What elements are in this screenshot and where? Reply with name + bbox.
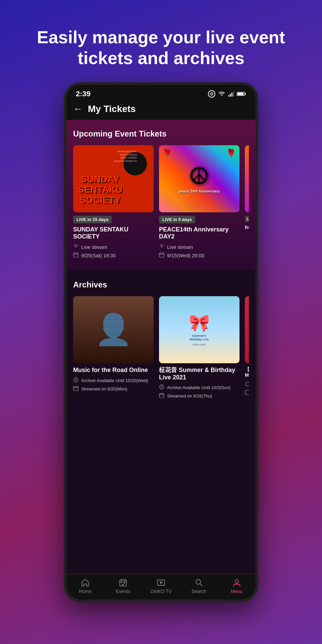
back-button[interactable]: ← — [73, 104, 83, 114]
ticket-card-partial[interactable]: LIV... fre... — [245, 145, 249, 259]
nav-item-home[interactable]: Home — [72, 578, 99, 594]
date-label: 9/25(Sat) 18:30 — [81, 253, 116, 258]
date-row-peace: 9/15(Wed) 20:00 — [159, 252, 239, 259]
phone-frame: 2:39 — [64, 82, 258, 602]
zaiko-tv-label: ZAIKO TV — [150, 589, 172, 594]
live-badge-peace: LIVE in 5 days — [159, 216, 195, 223]
stream-icon-peace — [159, 244, 164, 250]
svg-line-33 — [200, 584, 202, 586]
status-icons — [208, 90, 246, 98]
svg-rect-28 — [245, 390, 249, 395]
peace-symbol: ☮ — [189, 164, 210, 188]
archive-image-music: 👤 — [73, 296, 154, 363]
sunday-small-text: SAYAKA BOTANICSANTE VISIONIDEEP THROATAG… — [114, 150, 137, 163]
stream-icon — [73, 244, 78, 250]
archive-title-music: Music for the Road Online — [73, 367, 154, 374]
ticket-card-peace[interactable]: ☮ peace 14th Anniversary 🌹 🌹 LIVE in 5 d… — [159, 145, 239, 259]
home-label: Home — [79, 589, 92, 594]
ticket-image-sunday: SAYAKA BOTANICSANTE VISIONIDEEP THROATAG… — [73, 145, 154, 212]
nav-item-events[interactable]: Events — [110, 578, 137, 594]
svg-rect-18 — [73, 386, 78, 391]
birthday-event-text: Summer'sBirthday Live — [187, 334, 211, 342]
birthday-dates: 8/26 • 8/29 — [193, 343, 206, 346]
calendar-icon-peace — [159, 252, 164, 259]
archive-until-row-birthday: Archive Available Until 10/3(Sun) — [159, 384, 239, 391]
svg-rect-3 — [230, 94, 231, 97]
zaiko-tv-icon — [157, 578, 165, 587]
svg-rect-8 — [237, 93, 244, 95]
status-bar: 2:39 — [66, 85, 256, 100]
page-title: My Tickets — [88, 104, 136, 114]
status-time: 2:39 — [76, 90, 91, 98]
ticket-meta-sunday: Live stream 9/25(Sat — [73, 244, 154, 259]
streamed-on-label-birthday: Streamed on 9/16(Thu) — [167, 393, 212, 398]
archives-scroll[interactable]: 👤 Music for the Road Online — [73, 296, 249, 400]
main-content: Upcoming Event Tickets SAYAKA BOTANICSAN… — [66, 120, 256, 574]
archive-meta-partial — [245, 381, 249, 396]
nav-item-menu[interactable]: Menu — [223, 578, 250, 594]
ticket-meta-peace: Live stream 9/15(Wed — [159, 244, 239, 259]
svg-rect-29 — [120, 580, 126, 586]
rose-icon-right: 🌹 — [226, 149, 236, 158]
streamed-on-row-birthday: Streamed on 9/16(Thu) — [159, 393, 239, 399]
events-icon — [119, 578, 127, 587]
ticket-title-sunday: SUNDAY SENTAKU SOCIETY — [73, 226, 154, 240]
search-icon — [195, 578, 203, 587]
archive-card-music[interactable]: 👤 Music for the Road Online — [73, 296, 154, 399]
notification-icon — [208, 90, 215, 98]
live-badge-sunday: LIVE in 15 days — [73, 216, 112, 223]
archive-image-partial — [245, 296, 249, 363]
calendar-icon-partial — [245, 390, 249, 396]
archive-until-label-birthday: Archive Available Until 10/3(Sun) — [167, 385, 230, 390]
stream-type-row-peace: Live stream — [159, 244, 239, 250]
calendar-icon — [73, 252, 78, 259]
stream-type-label: Live stream — [81, 244, 107, 250]
wifi-icon — [218, 91, 225, 97]
menu-label: Menu — [231, 589, 243, 594]
calendar-icon-birthday — [159, 393, 164, 399]
date-row: 9/25(Sat) 18:30 — [73, 252, 154, 259]
svg-rect-13 — [159, 253, 164, 257]
ticket-title-peace: PEACE14th Anniversary DAY2 — [159, 226, 239, 240]
stream-type-row: Live stream — [73, 244, 154, 250]
nav-item-zaiko-tv[interactable]: ZAIKO TV — [148, 578, 174, 594]
live-badge-partial: LIV... — [245, 216, 249, 222]
ticket-image-partial — [245, 145, 249, 212]
svg-rect-2 — [228, 95, 229, 97]
svg-point-27 — [246, 382, 249, 386]
date-label-peace: 9/15(Wed) 20:00 — [167, 253, 204, 258]
svg-marker-31 — [160, 581, 163, 584]
clock-row-partial — [245, 381, 249, 388]
nav-item-search[interactable]: Search — [185, 578, 212, 594]
ticket-card-sunday[interactable]: SAYAKA BOTANICSANTE VISIONIDEEP THROATAG… — [73, 145, 154, 259]
archives-title: Archives — [73, 280, 249, 289]
svg-rect-7 — [245, 93, 246, 95]
clock-icon-music — [73, 377, 78, 384]
svg-rect-23 — [159, 393, 164, 398]
archive-card-partial[interactable]: 【R...MI... — [245, 296, 249, 399]
upcoming-section: Upcoming Event Tickets SAYAKA BOTANICSAN… — [66, 120, 256, 270]
svg-point-34 — [235, 580, 238, 583]
stream-type-label-peace: Live stream — [167, 244, 193, 250]
archive-until-row-music: Archive Available Until 10/20(Wed) — [73, 377, 154, 384]
upcoming-title: Upcoming Event Tickets — [73, 129, 249, 139]
archive-until-label-music: Archive Available Until 10/20(Wed) — [81, 378, 148, 383]
cal-row-partial — [245, 390, 249, 396]
archive-meta-birthday: Archive Available Until 10/3(Sun) — [159, 384, 239, 399]
hero-title: Easily manage your live event tickets an… — [0, 0, 322, 82]
archive-title-birthday: 柾花音 Summer & Birthday Live 2021 — [159, 367, 239, 381]
ticket-title-partial: fre... — [245, 225, 249, 230]
archive-meta-music: Archive Available Until 10/20(Wed) — [73, 377, 154, 392]
clock-icon-partial — [245, 381, 249, 388]
calendar-icon-music — [73, 386, 78, 392]
streamed-on-row-music: Streamed on 9/20(Mon) — [73, 386, 154, 392]
clock-icon-birthday — [159, 384, 164, 391]
tickets-scroll[interactable]: SAYAKA BOTANICSANTE VISIONIDEEP THROATAG… — [73, 145, 249, 260]
archive-card-birthday[interactable]: 🎀 Summer'sBirthday Live 8/26 • 8/29 柾花音 … — [159, 296, 239, 399]
peace-anniversary-text: peace 14th Anniversary — [178, 189, 220, 193]
svg-rect-4 — [231, 93, 232, 97]
rose-icon-left: 🌹 — [162, 149, 172, 158]
menu-person-icon — [232, 578, 241, 587]
archive-image-birthday: 🎀 Summer'sBirthday Live 8/26 • 8/29 — [159, 296, 239, 363]
home-icon — [81, 578, 90, 587]
